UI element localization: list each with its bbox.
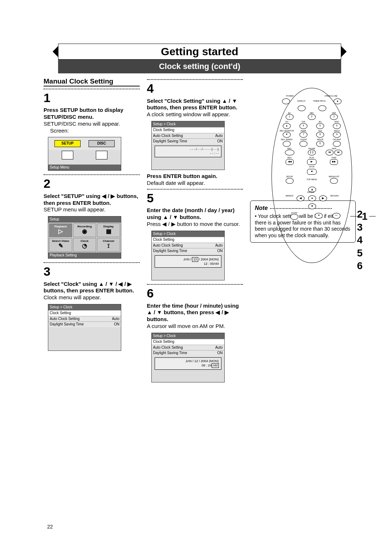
eject-icon: ▲	[334, 98, 342, 104]
cell-playback: Playback▷	[49, 223, 72, 237]
col-left: Manual Clock Setting 1 Press SETUP butto…	[44, 77, 140, 385]
step-6-body: A cursor will move on AM or PM.	[147, 323, 243, 330]
step-3-body: Clock menu will appear.	[44, 294, 140, 301]
screen-header: Setup > Clock	[152, 121, 224, 127]
disc-icon	[96, 151, 107, 159]
right-icon: ▶	[319, 195, 327, 201]
divider	[147, 78, 243, 80]
row-clock-setting: Clock Setting	[48, 310, 121, 316]
date-box: JAN / 12 / 2004 (MON) 12 : 00AM	[155, 255, 221, 268]
chapter-title: Getting started	[58, 44, 341, 60]
step-4-body2: Default date will appear.	[147, 180, 243, 187]
screen-footer: Setup Menu	[48, 165, 121, 171]
section-subtitle: Clock setting (cont'd)	[58, 60, 341, 73]
setup-disc-screen: SETUP DISC Setup Menu	[48, 137, 121, 171]
cell-display: Display▦	[97, 223, 120, 237]
step-5-number: 5	[147, 190, 243, 206]
cell-recording: Recording◉	[73, 223, 96, 237]
step-4-heading: Select "Clock Setting" using ▲ / ▼ butto…	[147, 98, 243, 112]
row-auto-clock: Auto Clock SettingAuto	[48, 316, 121, 322]
step-1-body: SETUP/DISC menu will appear.	[44, 121, 140, 127]
dpad: ▲ ▼ ◀ ▶ ● REPEAT ENTER RETURN	[294, 187, 330, 209]
setup-icon	[62, 151, 73, 159]
divider	[147, 188, 243, 190]
tab-setup: SETUP	[54, 140, 81, 147]
screen-footer: Playback Setting	[48, 252, 121, 259]
time-entry-screen: Setup > Clock Clock Setting Auto Clock S…	[151, 333, 225, 383]
date-entry-screen: Setup > Clock Clock Setting Auto Clock S…	[151, 231, 225, 281]
step-2-heading: Select "SETUP" using ◀ / ▶ buttons, then…	[44, 193, 140, 207]
step-5-body: Press ◀ / ▶ button to move the cursor.	[147, 221, 243, 228]
step-4-heading2: Press ENTER button again.	[147, 173, 243, 180]
left-icon: ◀	[297, 195, 305, 201]
step-5-heading: Enter the date (month / day / year) usin…	[147, 207, 243, 221]
leader-line	[350, 216, 357, 216]
divider	[147, 283, 243, 285]
enter-icon: ●	[308, 195, 316, 201]
callouts-right: 2 3 4 5 6	[357, 208, 363, 273]
down-icon: ▼	[308, 203, 316, 209]
blank-date-box: - - - / - - / - - - - (- - -) - - : - -	[155, 146, 221, 158]
screen-label: Screen:	[50, 127, 140, 134]
callout-1: 1	[362, 210, 368, 223]
power-button-icon	[282, 98, 290, 104]
row-dst: Daylight Saving TimeON	[48, 321, 121, 327]
col-mid: 4 Select "Clock Setting" using ▲ / ▼ but…	[147, 77, 243, 385]
step-2-body: SETUP menu will appear.	[44, 206, 140, 213]
step-1-number: 1	[44, 90, 140, 106]
step-3-heading: Select "Clock" using ▲ / ▼ / ◀ / ▶ butto…	[44, 281, 140, 295]
screen-header: Setup	[48, 216, 121, 223]
step-2-number: 2	[44, 176, 140, 191]
section-title: Manual Clock Setting	[44, 77, 140, 86]
cell-channel: Channel⟟	[97, 238, 120, 252]
cell-clock: Clock◔	[73, 238, 96, 252]
step-4-body: A clock setting window will appear.	[147, 111, 243, 118]
remote-setup-button	[286, 178, 294, 184]
setup-menu-screen: Setup Playback▷ Recording◉ Display▦ Sele…	[48, 216, 121, 259]
page-number: 22	[47, 524, 53, 530]
tab-disc: DISC	[89, 140, 115, 147]
clock-menu-screen: Setup > Clock Clock Setting Auto Clock S…	[48, 304, 121, 351]
step-6-heading: Enter the time (hour / minute) using ▲ /…	[147, 303, 243, 323]
screen-header: Setup > Clock	[48, 304, 121, 311]
step-6-number: 6	[147, 285, 243, 301]
col-right: POWEROPEN/CLOSE DISPLAY TIMER PROG. ▲ @/…	[250, 77, 356, 385]
leader-line	[369, 216, 376, 216]
clock-setting-screen: Setup > Clock Clock Setting Auto Clock S…	[151, 121, 225, 170]
remote-diagram: POWEROPEN/CLOSE DISPLAY TIMER PROG. ▲ @/…	[271, 88, 352, 263]
step-4-number: 4	[147, 81, 243, 96]
step-1-heading: Press SETUP button to display SETUP/DISC…	[44, 107, 140, 121]
time-box: JAN / 12 / 2004 (MON) 09 : 24AM	[155, 357, 221, 370]
cell-select-video: Select Video✎	[49, 238, 72, 252]
note-title: Note	[255, 204, 268, 212]
step-3-number: 3	[44, 264, 140, 279]
divider	[44, 262, 140, 263]
divider	[44, 88, 140, 89]
divider	[44, 174, 140, 175]
